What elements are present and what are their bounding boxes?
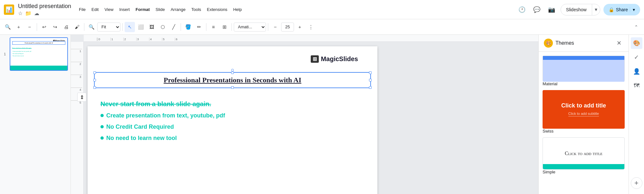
zoom-select[interactable]: Fit 50% 100% [97,23,120,32]
handle-top-mid[interactable] [231,71,234,74]
slideshow-main-button[interactable]: Slideshow [561,4,592,15]
font-size-area: − + [270,22,305,32]
ruler-horizontal: 0 1 2 3 4 5 6 7 8 9 10 11 12 13 14 15 16… [84,35,538,42]
image-tool[interactable]: 🖼 [147,22,157,32]
comment-icon[interactable]: 💬 [531,4,543,15]
font-size-increase[interactable]: + [295,22,305,32]
menu-slide[interactable]: Slide [153,6,167,13]
theme-card-material[interactable]: Material [543,56,625,86]
handle-top-left[interactable] [93,71,96,74]
slideshow-dropdown-arrow[interactable]: ▾ [592,4,600,15]
lock-icon: 🔒 [609,7,614,12]
divider-7 [268,23,268,31]
more-options-button[interactable]: ⋮ [306,22,316,32]
thumb-bullet3: • No need to learn new tool [12,55,24,57]
menu-edit[interactable]: Edit [89,6,101,13]
handle-top-right[interactable] [369,71,372,74]
fill-color-button[interactable]: 🪣 [183,22,193,32]
theme-card-simple[interactable]: Click to add title Simple [543,137,625,174]
theme-label-simple: Simple [543,170,625,174]
ruler-h-marks: 0 1 2 3 4 5 6 7 8 9 10 11 12 13 14 15 16… [97,38,187,41]
cloud-icon[interactable]: ☁ [34,10,39,16]
handle-right-mid[interactable] [369,79,372,81]
menu-format[interactable]: Format [133,6,152,13]
doc-title[interactable]: Untitled presentation [18,3,71,10]
paint-format-button[interactable]: 🖌 [72,22,82,32]
zoom-text-button[interactable]: 🔍 [86,22,97,32]
menu-help[interactable]: Help [231,6,244,13]
theme-preview-material [543,56,625,81]
divider-1 [37,23,37,31]
slide-thumbnail-1[interactable]: 1 🔗 ⊞MagicSlides Professional Presentati… [10,37,68,71]
top-right-actions: 🕐 💬 📷 Slideshow ▾ 🔒 Share ▾ [516,4,640,15]
history-icon[interactable]: 🕐 [516,4,528,15]
undo-button[interactable]: ↩ [39,22,49,32]
rs-themes-icon[interactable]: 🎨 [631,37,642,49]
theme-label-material: Material [543,81,625,86]
swiss-card-title: Click to add title [561,102,606,109]
doc-title-area: Untitled presentation ☆ 📁 ☁ [18,3,71,16]
pen-tool[interactable]: ✏ [194,22,204,32]
slide-thumb-inner: ⊞MagicSlides Professional Presentations … [10,38,67,70]
slide-panel: 1 🔗 ⊞MagicSlides Professional Presentati… [0,35,71,194]
menu-extensions[interactable]: Extensions [204,6,230,13]
theme-card-swiss[interactable]: Click to add title Click to add subtitle… [543,90,625,134]
menu-insert[interactable]: Insert [117,6,132,13]
star-icon[interactable]: ☆ [18,10,23,16]
thumb-bottom-bar [10,66,67,70]
zoom-in-button[interactable]: + [14,22,24,32]
print-button[interactable]: 🖨 [61,22,71,32]
align-button[interactable]: ≡ [208,22,219,32]
folder-icon[interactable]: 📁 [25,10,32,16]
canvas-area[interactable]: 0 1 2 3 4 5 6 7 8 9 10 11 12 13 14 15 16… [71,35,538,194]
handle-bottom-right[interactable] [369,86,372,89]
share-button[interactable]: 🔒 Share ▾ [603,4,640,15]
divider-4 [181,23,181,31]
shape-tool[interactable]: ⬡ [157,22,168,32]
doc-icons: ☆ 📁 ☁ [18,10,71,16]
adjust-tool[interactable]: ⇕ [77,93,86,102]
themes-title: 🎨 Themes [544,39,574,48]
slide-title[interactable]: Professional Presentations in Seconds wi… [100,76,365,84]
collapse-toolbar-button[interactable]: ⌃ [631,22,641,32]
slide-canvas[interactable]: ⊞ MagicSlides Professional Presentations… [88,46,377,194]
line-tool[interactable]: ╱ [168,22,179,32]
thumb-bullet2: • No Credit Card Required [12,53,24,54]
handle-left-mid[interactable] [93,79,96,81]
title-text-box[interactable]: Professional Presentations in Seconds wi… [94,72,371,88]
app-icon: 📊 [4,5,14,15]
bullet-item-2: No Credit Card Required [100,124,365,130]
menu-bar: File Edit View Insert Format Slide Arran… [76,6,244,13]
rs-map-icon[interactable]: 🗺 [631,80,642,91]
slide-number: 1 [4,52,6,56]
menu-file[interactable]: File [76,6,88,13]
bullet-text-3: No need to learn new tool [106,135,177,142]
zoom-out-button[interactable]: − [24,22,35,32]
select-tool[interactable]: ↖ [125,22,135,32]
slideshow-button: Slideshow ▾ [561,4,600,15]
divider-5 [206,23,206,31]
redo-button[interactable]: ↪ [50,22,60,32]
font-select[interactable]: Amati... [234,23,266,32]
rs-check-icon[interactable]: ✓ [631,51,642,63]
themes-close-button[interactable]: ✕ [614,39,623,48]
handle-bottom-left[interactable] [93,86,96,89]
text-box-tool[interactable]: ⬜ [136,22,146,32]
font-size-decrease[interactable]: − [270,22,280,32]
rs-user-icon[interactable]: 👤 [631,66,642,77]
menu-tools[interactable]: Tools [189,6,204,13]
magic-logo-icon: ⊞ [311,55,319,63]
menu-arrange[interactable]: Arrange [168,6,188,13]
slide-thumb-content: ⊞MagicSlides Professional Presentations … [10,38,67,70]
font-size-input[interactable] [281,23,294,32]
camera-icon[interactable]: 📷 [546,4,557,15]
search-button[interactable]: 🔍 [3,22,13,32]
handle-bottom-mid[interactable] [231,86,234,89]
themes-content: Material Click to add title Click to add… [539,52,629,194]
right-sidebar: 🎨 ✓ 👤 🗺 + [629,35,644,194]
add-sidebar-item-button[interactable]: + [631,177,642,189]
table-button[interactable]: ⊞ [219,22,230,32]
selection-handle-top-center[interactable] [231,69,234,71]
menu-view[interactable]: View [102,6,116,13]
share-dropdown-arrow[interactable]: ▾ [630,7,635,12]
